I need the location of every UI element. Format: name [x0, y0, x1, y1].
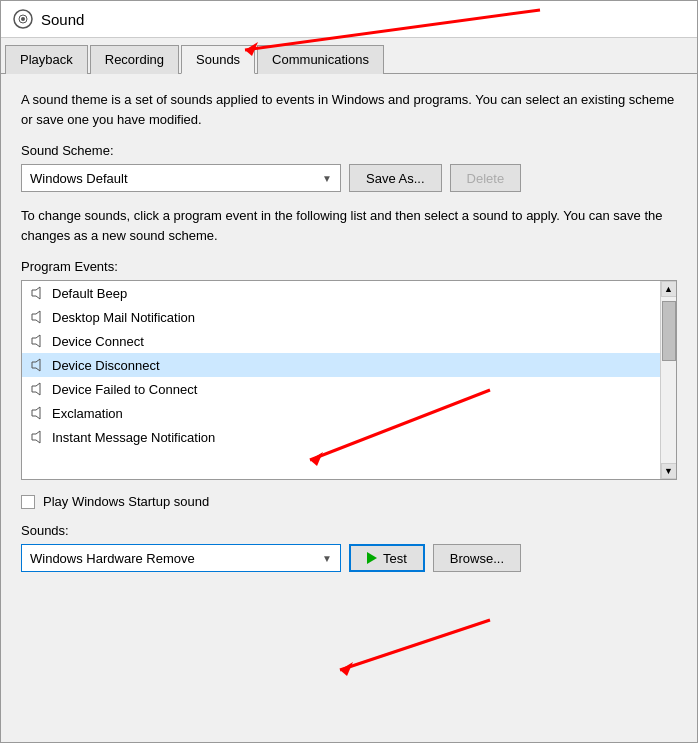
scheme-description: A sound theme is a set of sounds applied… — [21, 90, 677, 129]
svg-marker-9 — [32, 287, 40, 299]
sound-scheme-select[interactable]: Windows Default ▼ — [21, 164, 341, 192]
tab-playback[interactable]: Playback — [5, 45, 88, 74]
list-item[interactable]: Exclamation — [22, 401, 660, 425]
sound-icon — [13, 9, 33, 29]
event-label: Instant Message Notification — [52, 430, 215, 445]
program-events-label: Program Events: — [21, 259, 677, 274]
events-list-inner[interactable]: Default Beep Desktop Mail Notification D… — [22, 281, 660, 479]
scroll-down-button[interactable]: ▼ — [661, 463, 677, 479]
svg-marker-12 — [32, 359, 40, 371]
chevron-down-icon: ▼ — [322, 553, 332, 564]
svg-marker-11 — [32, 335, 40, 347]
event-label: Device Failed to Connect — [52, 382, 197, 397]
event-label: Default Beep — [52, 286, 127, 301]
test-label: Test — [383, 551, 407, 566]
tab-recording[interactable]: Recording — [90, 45, 179, 74]
browse-button[interactable]: Browse... — [433, 544, 521, 572]
chevron-down-icon: ▼ — [322, 173, 332, 184]
scroll-thumb[interactable] — [662, 301, 676, 361]
sound-scheme-label: Sound Scheme: — [21, 143, 677, 158]
sounds-select[interactable]: Windows Hardware Remove ▼ — [21, 544, 341, 572]
list-item-selected[interactable]: Device Disconnect — [22, 353, 660, 377]
svg-marker-15 — [32, 431, 40, 443]
sounds-label: Sounds: — [21, 523, 677, 538]
event-label: Device Connect — [52, 334, 144, 349]
svg-marker-13 — [32, 383, 40, 395]
title-bar: Sound — [1, 1, 697, 38]
sound-dialog: Sound Playback Recording Sounds Communic… — [0, 0, 698, 743]
speaker-icon — [30, 333, 46, 349]
list-item[interactable]: Desktop Mail Notification — [22, 305, 660, 329]
speaker-icon — [30, 405, 46, 421]
test-button[interactable]: Test — [349, 544, 425, 572]
list-item[interactable]: Instant Message Notification — [22, 425, 660, 449]
sound-scheme-row: Windows Default ▼ Save As... Delete — [21, 164, 677, 192]
list-item[interactable]: Device Failed to Connect — [22, 377, 660, 401]
svg-point-8 — [21, 17, 25, 21]
tab-content: A sound theme is a set of sounds applied… — [1, 74, 697, 742]
event-label: Device Disconnect — [52, 358, 160, 373]
sounds-row: Windows Hardware Remove ▼ Test Browse... — [21, 544, 677, 572]
tabs-bar: Playback Recording Sounds Communications — [1, 38, 697, 74]
change-sounds-description: To change sounds, click a program event … — [21, 206, 677, 245]
speaker-icon — [30, 381, 46, 397]
save-as-button[interactable]: Save As... — [349, 164, 442, 192]
startup-sound-checkbox[interactable] — [21, 495, 35, 509]
window-title: Sound — [41, 11, 84, 28]
speaker-icon — [30, 429, 46, 445]
startup-sound-label: Play Windows Startup sound — [43, 494, 209, 509]
play-icon — [367, 552, 377, 564]
speaker-icon — [30, 309, 46, 325]
delete-button[interactable]: Delete — [450, 164, 522, 192]
startup-sound-row: Play Windows Startup sound — [21, 494, 677, 509]
event-label: Desktop Mail Notification — [52, 310, 195, 325]
scroll-up-button[interactable]: ▲ — [661, 281, 677, 297]
speaker-icon — [30, 357, 46, 373]
tab-sounds[interactable]: Sounds — [181, 45, 255, 74]
svg-marker-14 — [32, 407, 40, 419]
list-item[interactable]: Device Connect — [22, 329, 660, 353]
sound-scheme-value: Windows Default — [30, 171, 128, 186]
program-events-list: Default Beep Desktop Mail Notification D… — [21, 280, 677, 480]
event-label: Exclamation — [52, 406, 123, 421]
tab-communications[interactable]: Communications — [257, 45, 384, 74]
sounds-value: Windows Hardware Remove — [30, 551, 195, 566]
list-item[interactable]: Default Beep — [22, 281, 660, 305]
speaker-icon — [30, 285, 46, 301]
scrollbar[interactable]: ▲ ▼ — [660, 281, 676, 479]
svg-marker-10 — [32, 311, 40, 323]
